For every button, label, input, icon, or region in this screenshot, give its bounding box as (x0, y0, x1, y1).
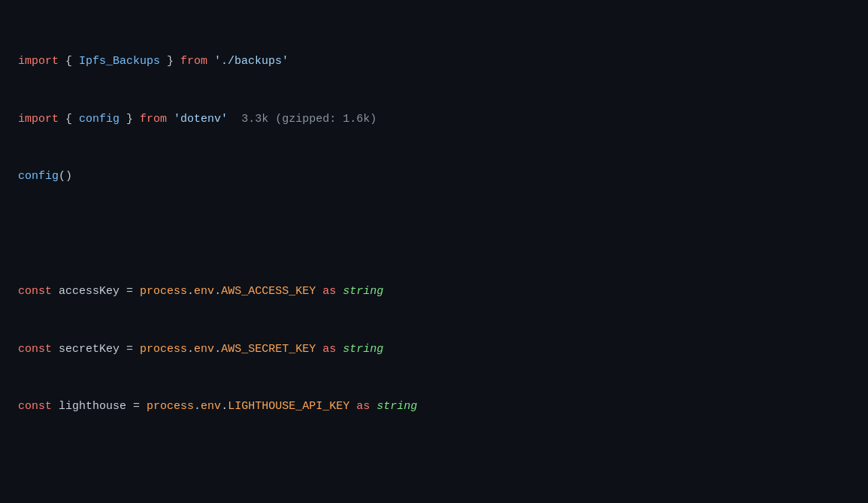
code-editor: import { Ipfs_Backups } from './backups'… (18, 14, 850, 503)
code-line-5: const accessKey = process.env.AWS_ACCESS… (18, 282, 850, 301)
code-line-6: const secretKey = process.env.AWS_SECRET… (18, 340, 850, 359)
code-line-3: config() (18, 167, 850, 186)
code-line-4 (18, 225, 850, 244)
code-line-1: import { Ipfs_Backups } from './backups' (18, 52, 850, 71)
code-line-7: const lighthouse = process.env.LIGHTHOUS… (18, 397, 850, 417)
code-line-8 (18, 455, 850, 474)
code-line-2: import { config } from 'dotenv' 3.3k (gz… (18, 110, 850, 129)
